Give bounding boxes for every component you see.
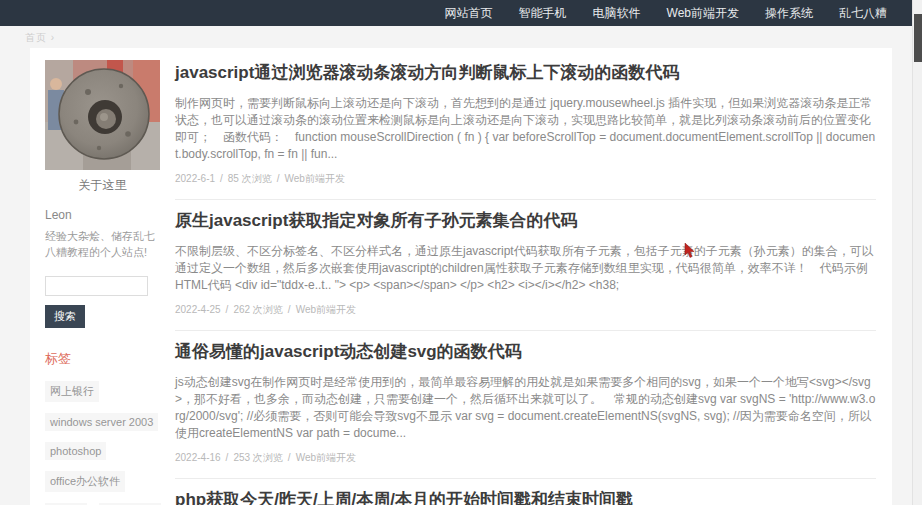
article-category[interactable]: Web前端开发: [285, 173, 345, 184]
article-meta: 2022-6-1/85 次浏览/Web前端开发: [175, 172, 876, 186]
article-excerpt: 制作网页时，需要判断鼠标向上滚动还是向下滚动，首先想到的是通过 jquery.m…: [175, 95, 876, 163]
article-meta: 2022-4-25/262 次浏览/Web前端开发: [175, 303, 876, 317]
article-title[interactable]: javascript通过浏览器滚动条滚动方向判断鼠标上下滚动的函数代码: [175, 62, 876, 84]
article-item: javascript通过浏览器滚动条滚动方向判断鼠标上下滚动的函数代码 制作网页…: [175, 52, 876, 200]
article-date: 2022-4-16: [175, 452, 221, 463]
about-photo: [45, 60, 160, 170]
about-caption: 关于这里: [45, 177, 160, 194]
content-card: 关于这里 Leon 经验大杂烩、储存乱七八糟教程的个人站点! 搜索 标签 网上银…: [30, 48, 892, 505]
article-excerpt: 不限制层级、不区分标签名、不区分样式名，通过原生javascript代码获取所有…: [175, 243, 876, 294]
nav-item-web-frontend[interactable]: Web前端开发: [654, 0, 752, 26]
author-name: Leon: [45, 208, 179, 222]
article-item: 通俗易懂的javascript动态创建svg的函数代码 js动态创建svg在制作…: [175, 331, 876, 479]
top-navbar: 网站首页 智能手机 电脑软件 Web前端开发 操作系统 乱七八糟: [0, 0, 912, 26]
article-title[interactable]: 原生javascript获取指定对象所有子孙元素集合的代码: [175, 210, 876, 232]
nav-item-os[interactable]: 操作系统: [752, 0, 826, 26]
author-bio: 经验大杂烩、储存乱七八糟教程的个人站点!: [45, 228, 163, 260]
sidebar: 关于这里 Leon 经验大杂烩、储存乱七八糟教程的个人站点! 搜索 标签 网上银…: [45, 60, 179, 505]
meta-separator: /: [272, 173, 285, 184]
article-item: 原生javascript获取指定对象所有子孙元素集合的代码 不限制层级、不区分标…: [175, 200, 876, 331]
article-views: 253 次浏览: [233, 452, 282, 463]
mouse-cursor-icon: [684, 243, 695, 259]
tag-windows-server-2003[interactable]: windows server 2003: [45, 413, 158, 431]
search-input[interactable]: [45, 276, 148, 296]
tags-heading: 标签: [45, 350, 179, 368]
article-list: javascript通过浏览器滚动条滚动方向判断鼠标上下滚动的函数代码 制作网页…: [175, 52, 876, 505]
article-views: 85 次浏览: [228, 173, 272, 184]
article-date: 2022-4-25: [175, 304, 221, 315]
article-views: 262 次浏览: [233, 304, 282, 315]
article-category[interactable]: Web前端开发: [296, 304, 356, 315]
tag-office[interactable]: office办公软件: [45, 471, 125, 492]
search-button[interactable]: 搜索: [45, 305, 85, 328]
nav-item-smartphone[interactable]: 智能手机: [506, 0, 580, 26]
article-meta: 2022-4-16/253 次浏览/Web前端开发: [175, 451, 876, 465]
meta-separator: /: [221, 452, 234, 463]
scrollbar-track[interactable]: [912, 0, 922, 505]
article-title[interactable]: 通俗易懂的javascript动态创建svg的函数代码: [175, 341, 876, 363]
breadcrumb: 首页 ›: [25, 31, 55, 45]
nav-item-software[interactable]: 电脑软件: [580, 0, 654, 26]
article-category[interactable]: Web前端开发: [296, 452, 356, 463]
nav-item-misc[interactable]: 乱七八糟: [826, 0, 900, 26]
meta-separator: /: [283, 452, 296, 463]
tag-online-banking[interactable]: 网上银行: [45, 381, 99, 402]
breadcrumb-separator: ›: [51, 32, 55, 43]
meta-separator: /: [215, 173, 228, 184]
nav-item-home[interactable]: 网站首页: [432, 0, 506, 26]
article-item: php获取今天/昨天/上周/本周/本月的开始时间戳和结束时间戳 一些网站常用的时…: [175, 479, 876, 505]
meta-separator: /: [283, 304, 296, 315]
breadcrumb-home-link[interactable]: 首页: [25, 32, 47, 43]
scrollbar-thumb[interactable]: [914, 14, 922, 62]
meta-separator: /: [221, 304, 234, 315]
article-title[interactable]: php获取今天/昨天/上周/本周/本月的开始时间戳和结束时间戳: [175, 489, 876, 505]
tag-list: 网上银行 windows server 2003 photoshop offic…: [45, 381, 179, 505]
article-date: 2022-6-1: [175, 173, 215, 184]
tag-photoshop[interactable]: photoshop: [45, 442, 106, 460]
article-excerpt: js动态创建svg在制作网页时是经常使用到的，最简单最容易理解的用处就是如果需要…: [175, 374, 876, 442]
